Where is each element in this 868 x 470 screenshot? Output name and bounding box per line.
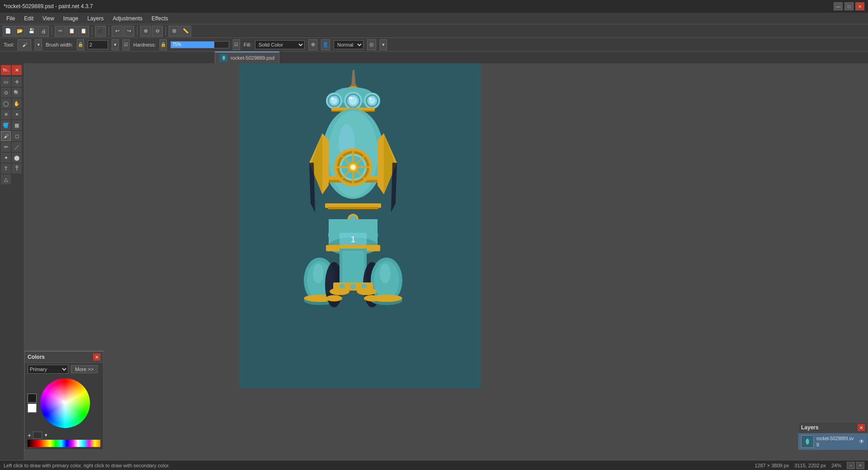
hardness-check[interactable]: ☑	[233, 39, 240, 50]
grid-button[interactable]: ⊞	[169, 26, 179, 37]
clone-stamp-tool[interactable]: ✦	[1, 153, 11, 163]
menu-edit[interactable]: Edit	[19, 14, 38, 23]
tool-row-9: T T̃	[1, 164, 23, 174]
blend-icon2[interactable]: 👤	[321, 39, 330, 50]
menu-adjustments[interactable]: Adjustments	[108, 14, 147, 23]
new-file-button[interactable]: 📄	[3, 26, 14, 37]
brush-width-label: Brush width:	[46, 42, 73, 47]
svg-point-14	[331, 98, 334, 100]
tab-name: rocket-5029889.psd	[231, 55, 274, 61]
to-close[interactable]: ✕	[12, 65, 22, 75]
colors-mode-select[interactable]: Primary Secondary	[28, 365, 68, 374]
hardness-lock[interactable]: 🔒	[160, 39, 167, 50]
pencil-tool[interactable]: ✏	[1, 142, 11, 152]
scroll-tool[interactable]: ✋	[12, 99, 22, 108]
layer-visibility-toggle[interactable]: 👁	[859, 438, 865, 445]
print-button[interactable]: 🖨	[38, 26, 49, 37]
add-color-button[interactable]: + ▼	[25, 431, 103, 440]
cut-button[interactable]: ✂	[55, 26, 66, 37]
tool-row-5: 🪣 ▦	[1, 120, 23, 130]
menu-view[interactable]: View	[38, 14, 59, 23]
dropdown-icon: ▼	[44, 433, 48, 437]
copy-button[interactable]: 📋	[66, 26, 77, 37]
tool-icon[interactable]: 🖌	[18, 39, 31, 50]
menu-file[interactable]: File	[2, 14, 19, 23]
title-text: *rocket-5029889.psd - paint.net 4.3.7	[4, 3, 93, 9]
select-all-button[interactable]: ⬛	[95, 26, 106, 37]
primary-color-swatch[interactable]	[28, 394, 37, 403]
gradient-tool[interactable]: ▦	[12, 120, 22, 130]
tool-row-2: ⊙ 🔍	[1, 88, 23, 98]
tab-thumbnail	[220, 54, 228, 62]
tool-arrow[interactable]: ▼	[35, 39, 42, 50]
layers-panel-header: Layers ✕	[798, 422, 868, 433]
close-button[interactable]: ✕	[855, 2, 864, 10]
ellipse-tool[interactable]: ◯	[1, 99, 11, 108]
separator-1	[52, 27, 52, 36]
blend-mode-select[interactable]: Normal Multiply Screen	[334, 40, 363, 49]
tool-row-4: ✳ ✴	[1, 109, 23, 119]
minimize-button[interactable]: —	[834, 2, 843, 10]
layers-close-button[interactable]: ✕	[858, 424, 865, 431]
svg-point-73	[380, 263, 391, 283]
text-distort-tool[interactable]: T̃	[12, 164, 22, 174]
color-swatches	[28, 394, 37, 413]
text-tool[interactable]: T	[1, 164, 11, 174]
move-tool[interactable]: ✛	[12, 77, 22, 87]
svg-point-24	[369, 98, 372, 100]
image-tab[interactable]: rocket-5029889.psd	[215, 52, 279, 63]
history-button[interactable]: To..	[1, 65, 11, 75]
title-bar: *rocket-5029889.psd - paint.net 4.3.7 — …	[0, 0, 868, 13]
recolor-tool[interactable]: ⬤	[12, 153, 22, 163]
color-wheel-overlay	[40, 378, 90, 428]
layer-thumbnail	[801, 435, 814, 448]
hardness-track[interactable]: 75%	[170, 41, 229, 48]
undo-button[interactable]: ↩	[112, 26, 123, 37]
magic-wand2-tool[interactable]: ✴	[12, 109, 22, 119]
zoom-out-status-button[interactable]: −	[847, 462, 855, 469]
menu-image[interactable]: Image	[59, 14, 83, 23]
rectangle-select-tool[interactable]: ▭	[1, 77, 11, 87]
hardness-label: Hardness:	[133, 42, 156, 47]
brush-width-check[interactable]: ☑	[123, 39, 130, 50]
opacity-arrow[interactable]: ▼	[380, 39, 387, 50]
svg-point-80	[330, 288, 349, 295]
colors-more-button[interactable]: More >>	[71, 365, 98, 373]
fill-select[interactable]: Solid Color Linear Gradient Radial Gradi…	[255, 40, 305, 49]
fill-label: Fill:	[244, 42, 251, 47]
shapes-tool[interactable]: △	[1, 174, 11, 184]
colors-panel-header: Colors ✕	[25, 352, 103, 363]
tools-panel: To.. ✕ ▭ ✛ ⊙ 🔍 ◯ ✋ ✳ ✴ 🪣 ▦ 🖌 ◻ ✏ ／	[0, 63, 24, 460]
status-dimensions: 1287 × 3809 px	[755, 463, 789, 468]
line-tool[interactable]: ／	[12, 142, 22, 152]
svg-point-64	[313, 263, 324, 283]
paint-bucket-tool[interactable]: 🪣	[1, 120, 11, 130]
magic-wand-tool[interactable]: ✳	[1, 109, 11, 119]
color-wheel[interactable]	[40, 378, 90, 428]
secondary-color-swatch[interactable]	[28, 404, 37, 413]
zoom-in-button[interactable]: ⊕	[140, 26, 151, 37]
maximize-button[interactable]: □	[844, 2, 854, 10]
lasso-tool[interactable]: ⊙	[1, 88, 11, 98]
zoom-out-button[interactable]: ⊖	[152, 26, 163, 37]
ruler-button[interactable]: 📏	[180, 26, 191, 37]
opacity-icon[interactable]: ◎	[367, 39, 376, 50]
colors-close-button[interactable]: ✕	[93, 353, 100, 361]
menu-effects[interactable]: Effects	[147, 14, 172, 23]
blend-icon[interactable]: ⊕	[308, 39, 317, 50]
brush-width-input[interactable]	[88, 40, 108, 49]
zoom-tool[interactable]: 🔍	[12, 88, 22, 98]
redo-button[interactable]: ↪	[123, 26, 134, 37]
paste-button[interactable]: 📋	[78, 26, 89, 37]
brush-width-lock[interactable]: 🔒	[77, 39, 84, 50]
brush-width-arrow[interactable]: ▼	[112, 39, 119, 50]
eraser-tool[interactable]: ◻	[12, 131, 22, 141]
paintbrush-tool active[interactable]: 🖌	[1, 131, 11, 141]
menu-layers[interactable]: Layers	[83, 14, 108, 23]
open-file-button[interactable]: 📂	[14, 26, 25, 37]
color-strip[interactable]	[28, 440, 100, 447]
zoom-in-status-button[interactable]: +	[856, 462, 864, 469]
status-zoom: 24%	[831, 463, 841, 468]
layer-item[interactable]: rocket-5029889.svg 👁	[798, 433, 868, 450]
save-button[interactable]: 💾	[26, 26, 37, 37]
